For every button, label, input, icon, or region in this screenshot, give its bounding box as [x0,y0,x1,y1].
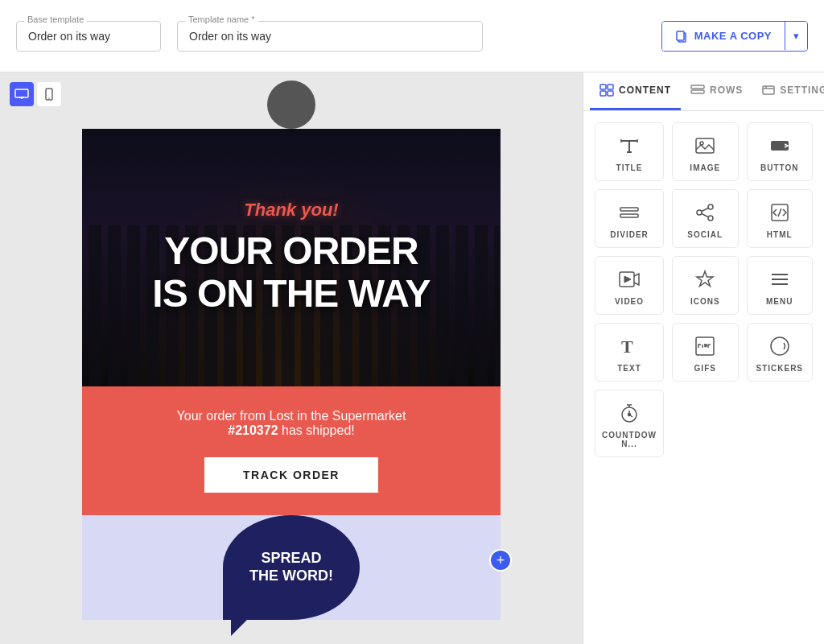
svg-text:T: T [621,336,633,357]
svg-point-49 [628,414,631,416]
svg-rect-11 [691,85,704,89]
content-item-menu[interactable]: MENU [747,256,814,315]
svg-marker-34 [624,276,631,283]
svg-rect-24 [620,208,638,211]
canvas-area: Thank you! YOUR ORDER IS ON THE WAY Your… [0,72,583,644]
video-icon [618,268,641,291]
mobile-view-button[interactable] [37,82,61,106]
panel-tabs: CONTENT ROWS SETTINGS [583,72,824,111]
base-template-label: Base template [24,14,87,24]
countdown-label: COUNTDOW N... [602,431,657,448]
speech-bubble: SPREAD THE WORD! [223,515,360,620]
icons-label: ICONS [690,297,720,306]
video-label: VIDEO [615,297,644,306]
desktop-icon [14,89,29,100]
divider-icon [618,201,641,224]
make-copy-button[interactable]: MAKE A COPY [662,22,785,51]
svg-point-26 [708,204,713,209]
thank-you-text: Thank you! [152,200,430,221]
svg-rect-7 [600,85,606,89]
content-item-video[interactable]: VIDEO [595,256,664,315]
shipped-description: Your order from Lost in the Supermarket … [114,409,468,438]
social-label: SOCIAL [687,230,723,239]
add-section-button[interactable]: + [489,549,512,572]
content-grid: TITLE IMAGE BUTTON [583,111,824,469]
desktop-view-button[interactable] [10,82,34,106]
avatar-circle [267,80,315,129]
settings-tab-icon [762,84,775,97]
icons-icon [694,268,716,291]
template-name-label: Template name * [185,14,258,24]
main-layout: Thank you! YOUR ORDER IS ON THE WAY Your… [0,72,824,644]
svg-rect-25 [620,214,638,217]
menu-icon [768,268,791,291]
template-name-field: Template name * [177,21,483,52]
copy-icon [675,30,688,43]
hero-text: Thank you! YOUR ORDER IS ON THE WAY [152,200,430,316]
hero-section: Thank you! YOUR ORDER IS ON THE WAY [82,129,501,386]
content-item-divider[interactable]: DIVIDER [595,189,664,248]
button-label: BUTTON [760,163,798,172]
svg-rect-12 [691,90,704,93]
tab-rows[interactable]: ROWS [681,72,752,110]
salmon-section: Your order from Lost in the Supermarket … [82,386,501,515]
svg-point-27 [708,216,713,221]
image-icon [694,134,716,157]
menu-label: MENU [766,297,793,306]
svg-rect-8 [608,85,613,89]
svg-rect-1 [677,31,684,40]
base-template-input[interactable] [16,21,161,52]
svg-line-29 [702,208,708,212]
svg-rect-23 [771,141,789,151]
button-icon [768,134,791,157]
header: Base template Template name * MAKE A COP… [0,0,824,72]
order-headline: YOUR ORDER IS ON THE WAY [152,230,430,316]
base-template-field: Base template [16,21,161,52]
text-icon: T [618,335,641,357]
gifs-icon [694,335,716,357]
content-item-icons[interactable]: ICONS [672,256,739,315]
track-order-button[interactable]: TRACK ORDER [204,457,378,493]
mobile-icon [45,88,53,101]
text-label: TEXT [617,364,641,373]
svg-rect-10 [608,91,613,96]
svg-rect-2 [15,89,28,97]
image-label: IMAGE [690,163,720,172]
content-item-text[interactable]: T TEXT [595,323,664,382]
order-number: #210372 [228,423,278,437]
svg-rect-9 [600,91,606,96]
content-item-html[interactable]: HTML [747,189,814,248]
content-item-image[interactable]: IMAGE [672,122,739,181]
make-copy-dropdown-arrow[interactable]: ▾ [785,22,807,50]
svg-marker-35 [697,271,713,287]
title-label: TITLE [616,163,643,172]
content-item-countdown[interactable]: COUNTDOW N... [595,390,664,457]
right-panel: CONTENT ROWS SETTINGS [583,72,824,644]
svg-point-43 [771,337,789,355]
social-icon [694,201,716,224]
stickers-icon [768,335,791,357]
tab-settings[interactable]: SETTINGS [752,72,824,110]
svg-rect-21 [696,138,714,153]
lavender-section: SPREAD THE WORD! + [82,515,501,620]
html-label: HTML [767,230,793,239]
svg-point-6 [48,97,50,99]
content-item-stickers[interactable]: STICKERS [747,323,814,382]
tab-content[interactable]: CONTENT [590,72,681,110]
make-copy-button-group: MAKE A COPY ▾ [661,21,808,52]
content-item-button[interactable]: BUTTON [747,122,814,181]
spread-word-text: SPREAD THE WORD! [249,550,333,584]
content-tab-icon [599,84,614,97]
countdown-icon [618,402,641,424]
html-icon [768,201,791,224]
title-icon [618,134,641,157]
content-item-gifs[interactable]: GIFS [672,323,739,382]
content-item-social[interactable]: SOCIAL [672,189,739,248]
svg-line-32 [778,208,781,217]
email-preview: Thank you! YOUR ORDER IS ON THE WAY Your… [82,80,501,620]
content-item-title[interactable]: TITLE [595,122,664,181]
svg-rect-13 [763,86,774,94]
gifs-label: GIFS [694,364,716,373]
template-name-input[interactable] [177,21,483,52]
view-toggle [10,82,61,106]
